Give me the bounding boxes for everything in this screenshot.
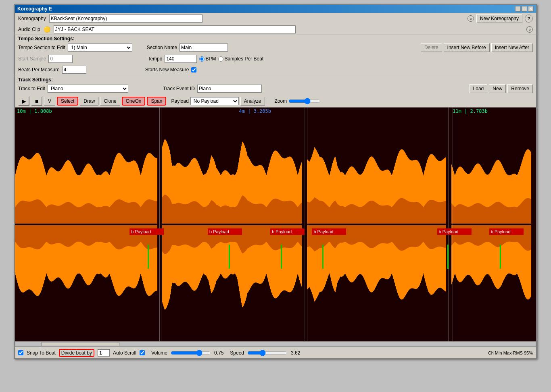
main-window: Koreography E _ □ ✕ Koreography ○ New Ko… xyxy=(14,4,537,359)
new-track-btn[interactable]: New xyxy=(489,84,506,93)
bpm-radio-label: BPM xyxy=(199,56,216,62)
beats-measure-label: Beats Per Measure xyxy=(18,67,60,73)
section-name-label: Section Name xyxy=(147,45,177,50)
title-bar: Koreography E _ □ ✕ xyxy=(15,5,536,13)
bpm-radio[interactable] xyxy=(199,56,205,62)
select-btn[interactable]: Select xyxy=(57,97,78,106)
stop-btn[interactable]: ■ xyxy=(31,96,42,106)
clone-btn[interactable]: Clone xyxy=(100,97,120,106)
horizontal-scrollbar[interactable] xyxy=(15,341,536,347)
track-event-id-label: Track Event ID xyxy=(163,86,195,91)
snap-to-beat-checkbox[interactable] xyxy=(18,350,23,355)
time-label-3: 11m | 2.783b xyxy=(453,108,488,114)
time-label-1: 10m | 1.808b xyxy=(17,108,52,114)
oneon-btn[interactable]: OneOn xyxy=(122,97,146,106)
draw-btn[interactable]: Draw xyxy=(80,97,98,106)
snap-to-beat-label: Snap To Beat xyxy=(27,350,56,356)
tempo-section-header: Tempo Section Settings: xyxy=(15,35,536,42)
auto-scroll-label: Auto Scroll xyxy=(113,350,136,356)
track-event-id-input[interactable] xyxy=(197,85,262,93)
volume-label: Volume xyxy=(151,350,167,356)
spb-radio-label: Samples Per Beat xyxy=(218,56,263,62)
green-bar-2 xyxy=(229,245,230,269)
scroll-thumb[interactable] xyxy=(42,342,120,346)
window-controls: _ □ ✕ xyxy=(515,6,534,12)
green-bar-6 xyxy=(500,245,501,269)
payload-box-6[interactable]: b Payload xyxy=(489,228,524,235)
load-btn[interactable]: Load xyxy=(470,84,488,93)
analyze-btn[interactable]: Analyze xyxy=(240,97,265,106)
tempo-section-select[interactable]: 1) Main xyxy=(68,44,132,52)
maximize-btn[interactable]: □ xyxy=(522,6,527,12)
divide-beat-label: Divide beat by xyxy=(59,349,94,357)
audio-clip-label: Audio Clip xyxy=(18,27,40,32)
section-name-input[interactable] xyxy=(179,44,228,52)
tempo-row-2: Start Sample Tempo BPM Samples Per Beat xyxy=(15,54,536,64)
payload-box-4[interactable]: b Payload xyxy=(312,228,346,235)
koreography-label: Koreography xyxy=(18,16,46,21)
tempo-row-3: Beats Per Measure Starts New Measure xyxy=(15,65,536,75)
section-line-1 xyxy=(161,108,161,341)
close-btn[interactable]: ✕ xyxy=(528,6,534,12)
payload-label: Payload xyxy=(171,98,188,104)
zoom-slider[interactable] xyxy=(288,98,321,104)
speed-value: 3.62 xyxy=(291,350,300,356)
audio-row: Audio Clip 🟡 ○ xyxy=(15,24,536,35)
minimize-btn[interactable]: _ xyxy=(515,6,521,12)
beats-measure-input[interactable] xyxy=(62,66,86,74)
window-title: Koreography E xyxy=(17,6,52,12)
tempo-input[interactable] xyxy=(165,55,197,63)
toolbar: ▶ ■ V Select Draw Clone OneOn Span Paylo… xyxy=(15,95,536,107)
waveform-canvas[interactable] xyxy=(15,108,531,341)
track-row: Track to Edit Piano Track Event ID Load … xyxy=(15,83,536,94)
audio-coin-icon: 🟡 xyxy=(44,26,50,33)
payload-box-5[interactable]: b Payload xyxy=(437,228,472,235)
remove-btn[interactable]: Remove xyxy=(507,84,533,93)
track-edit-label: Track to Edit xyxy=(18,86,45,91)
play-btn[interactable]: ▶ xyxy=(18,96,29,106)
payload-select[interactable]: No Payload xyxy=(190,97,239,105)
waveform-container[interactable]: 10m | 1.808b 4m | 3.205b 11m | 2.783b b … xyxy=(15,108,536,341)
rms-display: Ch Min Max RMS 95% xyxy=(488,351,533,355)
time-label-2: 4m | 3.205b xyxy=(239,108,271,114)
spb-radio[interactable] xyxy=(218,56,223,62)
green-bar-3 xyxy=(281,245,282,269)
new-koreography-btn[interactable]: New Koreography xyxy=(476,14,522,23)
koreography-row: Koreography ○ New Koreography ? xyxy=(15,13,536,24)
speed-slider[interactable] xyxy=(247,350,288,356)
green-bar-4 xyxy=(322,245,324,269)
status-bar: Snap To Beat Divide beat by Auto Scroll … xyxy=(15,347,536,358)
insert-after-btn[interactable]: Insert New After xyxy=(491,43,533,52)
tempo-section-edit-label: Tempo Section to Edit xyxy=(18,45,65,50)
volume-slider[interactable] xyxy=(171,350,211,356)
help-btn[interactable]: ? xyxy=(525,15,533,23)
zoom-label: Zoom xyxy=(275,98,287,104)
section-line-2 xyxy=(307,108,307,341)
speed-label: Speed xyxy=(230,350,244,356)
tempo-label: Tempo xyxy=(148,56,162,62)
section-line-3 xyxy=(453,108,453,341)
payload-box-2[interactable]: b Payload xyxy=(208,228,242,235)
payload-box-3[interactable]: b Payload xyxy=(270,228,305,235)
audio-clip-input[interactable] xyxy=(54,25,296,33)
audio-settings-icon[interactable]: ○ xyxy=(526,26,533,33)
delete-btn[interactable]: Delete xyxy=(421,43,442,52)
span-btn[interactable]: Span xyxy=(147,97,166,106)
payload-box-1[interactable]: b Payload xyxy=(129,228,164,235)
v-btn[interactable]: V xyxy=(44,97,55,106)
tempo-row-1: Tempo Section to Edit 1) Main Section Na… xyxy=(15,42,536,53)
track-select[interactable]: Piano xyxy=(48,85,128,93)
divide-beat-input[interactable] xyxy=(98,349,110,357)
green-bar-5 xyxy=(447,245,449,269)
start-sample-input[interactable] xyxy=(48,55,73,63)
track-section-header: Track Settings: xyxy=(15,76,536,83)
koreography-settings-icon[interactable]: ○ xyxy=(468,15,474,22)
starts-new-label: Starts New Measure xyxy=(145,67,189,73)
starts-new-checkbox[interactable] xyxy=(191,67,196,73)
auto-scroll-checkbox[interactable] xyxy=(140,350,145,355)
koreography-input[interactable] xyxy=(49,15,202,23)
green-bar-1 xyxy=(148,245,149,269)
insert-before-btn[interactable]: Insert New Before xyxy=(444,43,490,52)
volume-value: 0.75 xyxy=(214,350,223,356)
start-sample-label: Start Sample xyxy=(18,56,46,62)
